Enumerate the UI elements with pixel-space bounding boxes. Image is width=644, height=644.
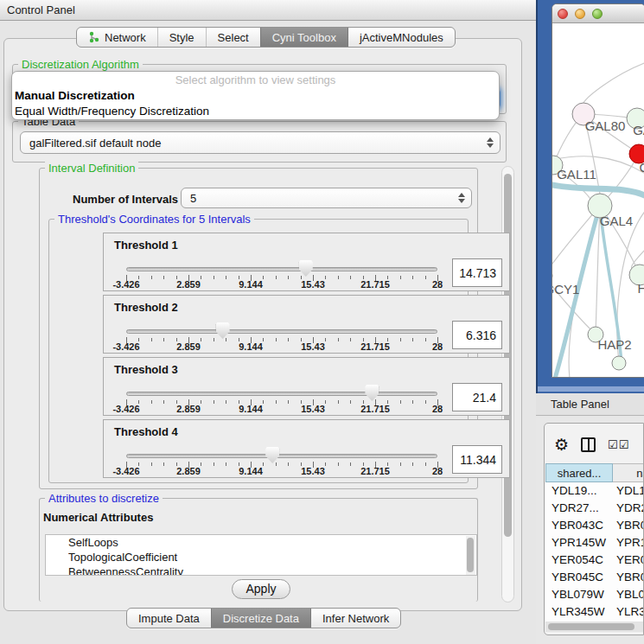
- slider-track[interactable]: [126, 454, 437, 458]
- tab-discretize-data[interactable]: Discretize Data: [211, 609, 310, 628]
- cell-name[interactable]: YPR1: [611, 534, 644, 552]
- slider-tick-label: 2.859: [176, 404, 201, 414]
- slider-tick-label: 9.144: [239, 404, 263, 414]
- threshold-value-field[interactable]: [452, 321, 502, 349]
- table-row[interactable]: YDR27...YDR2: [545, 500, 644, 517]
- columns-icon[interactable]: [581, 437, 596, 452]
- apply-button[interactable]: Apply: [232, 579, 290, 599]
- network-canvas[interactable]: GAL80GACGAL11GAL4GCY1HHAP2: [552, 23, 644, 378]
- cell-shared-name[interactable]: YBR045C: [545, 569, 611, 586]
- column-header-name[interactable]: na: [613, 463, 644, 482]
- table-data-combobox[interactable]: galFiltered.sif default node: [20, 131, 501, 154]
- cell-shared-name[interactable]: YDR27...: [545, 500, 611, 517]
- table-panel-body: ⚙ ☑☑ shared... na YDL19...YDL1YDR27...YD…: [536, 417, 644, 644]
- cell-name[interactable]: YBR0: [611, 517, 644, 534]
- network-node-label: GCY1: [552, 282, 579, 296]
- network-edge: [583, 62, 644, 103]
- tab-jactivemnodules[interactable]: jActiveMNodules: [348, 28, 455, 47]
- network-node-unnamed[interactable]: [612, 356, 626, 370]
- threshold-label: Threshold 4: [114, 425, 178, 438]
- threshold-value-field[interactable]: [452, 383, 502, 411]
- cell-shared-name[interactable]: YBR043C: [545, 517, 611, 534]
- attributes-scrollbar[interactable]: [466, 536, 475, 576]
- scrollbar-thumb[interactable]: [504, 174, 512, 537]
- table-row[interactable]: YBL079WYBL0: [545, 586, 644, 603]
- table-row[interactable]: YER054CYER0: [545, 552, 644, 569]
- scrollbar-thumb[interactable]: [467, 538, 474, 572]
- slider-tick-label: 9.144: [239, 466, 263, 476]
- slider-tick-label: 21.715: [360, 279, 390, 290]
- slider-tick: [338, 338, 339, 341]
- checkbox-icons[interactable]: ☑☑: [608, 438, 629, 451]
- column-header-shared-name[interactable]: shared...: [545, 463, 613, 482]
- table-data-group: Table Data galFiltered.sif default node: [12, 121, 507, 163]
- cell-name[interactable]: YBL0: [611, 586, 644, 603]
- table-row[interactable]: YPR145WYPR1: [545, 534, 644, 552]
- cell-shared-name[interactable]: YBL079W: [545, 586, 611, 603]
- cell-shared-name[interactable]: YDL19...: [545, 482, 611, 500]
- number-of-intervals-combobox[interactable]: 5: [181, 188, 472, 208]
- threshold-value-field[interactable]: [452, 258, 502, 287]
- slider-thumb[interactable]: [365, 385, 379, 401]
- tab-style[interactable]: Style: [157, 28, 206, 47]
- tab-select[interactable]: Select: [206, 28, 260, 47]
- slider-tick-label: 9.144: [239, 279, 263, 290]
- close-traffic-light-icon[interactable]: [558, 9, 568, 19]
- option-manual-discretization[interactable]: Manual Discretization: [12, 88, 499, 104]
- slider-tick: [263, 276, 264, 279]
- slider-tick: [226, 462, 226, 466]
- cell-name[interactable]: YLR3: [611, 603, 644, 621]
- slider-thumb[interactable]: [216, 322, 230, 339]
- zoom-traffic-light-icon[interactable]: [592, 9, 603, 19]
- attribute-list-item[interactable]: BetweennessCentrality: [46, 564, 476, 576]
- slider-tick: [412, 462, 413, 466]
- slider-tick: [163, 462, 164, 466]
- slider-tick-label: -3.426: [112, 466, 139, 476]
- network-graph: GAL80GACGAL11GAL4GCY1HHAP2: [552, 23, 644, 378]
- option-equal-width-frequency[interactable]: Equal Width/Frequency Discretization: [12, 104, 499, 119]
- cell-shared-name[interactable]: YPR145W: [545, 534, 611, 552]
- gear-icon[interactable]: ⚙: [554, 437, 569, 453]
- table-horizontal-scrollbar[interactable]: [545, 622, 644, 632]
- slider-tick: [325, 462, 326, 466]
- table-row[interactable]: YDL19...YDL1: [545, 482, 644, 500]
- table-row[interactable]: YBR045CYBR0: [545, 569, 644, 586]
- tab-network[interactable]: Network: [77, 28, 157, 47]
- tab-cyni-toolbox[interactable]: Cyni Toolbox: [260, 28, 348, 47]
- cell-name[interactable]: YBR0: [611, 569, 644, 586]
- minimize-traffic-light-icon[interactable]: [575, 9, 585, 19]
- slider-tick: [350, 462, 351, 466]
- slider-tick: [163, 400, 164, 404]
- slider-tick: [276, 462, 277, 466]
- attribute-list-item[interactable]: SelfLoops: [46, 535, 476, 550]
- network-node-label: GAL4: [600, 214, 633, 228]
- cell-name[interactable]: YER0: [611, 552, 644, 569]
- slider-tick: [226, 338, 226, 341]
- slider-thumb[interactable]: [265, 447, 279, 463]
- slider-tick: [151, 400, 152, 404]
- network-window-titlebar[interactable]: [552, 4, 644, 23]
- threshold-value-field[interactable]: [452, 445, 502, 474]
- table-row[interactable]: YLR345WYLR3: [545, 603, 644, 621]
- slider-track[interactable]: [126, 267, 437, 271]
- cell-name[interactable]: YDL1: [611, 482, 644, 500]
- slider-tick: [425, 400, 426, 404]
- cell-shared-name[interactable]: YLR345W: [545, 603, 611, 621]
- tab-impute-data[interactable]: Impute Data: [127, 609, 211, 628]
- slider-track[interactable]: [126, 329, 437, 334]
- slider-thumb[interactable]: [299, 260, 313, 277]
- slider-tick: [350, 400, 351, 404]
- table-panel-titlebar: Table Panel: [536, 393, 644, 416]
- attribute-list-item[interactable]: TopologicalCoefficient: [46, 550, 476, 564]
- attributes-group-title: Attributes to discretize: [45, 492, 163, 505]
- network-node-label: C: [640, 160, 644, 175]
- slider-tick: [288, 276, 289, 279]
- interval-definition-title: Interval Definition: [45, 162, 138, 175]
- slider-track[interactable]: [126, 392, 437, 396]
- table-row[interactable]: YBR043CYBR0: [545, 517, 644, 534]
- tab-infer-network[interactable]: Infer Network: [310, 609, 400, 628]
- cell-shared-name[interactable]: YER054C: [545, 552, 611, 569]
- cell-name[interactable]: YDR2: [611, 500, 644, 517]
- scrollbar-thumb[interactable]: [548, 623, 634, 630]
- threshold-2-box: Threshold 2-3.4262.8599.14415.4321.71528: [103, 295, 510, 354]
